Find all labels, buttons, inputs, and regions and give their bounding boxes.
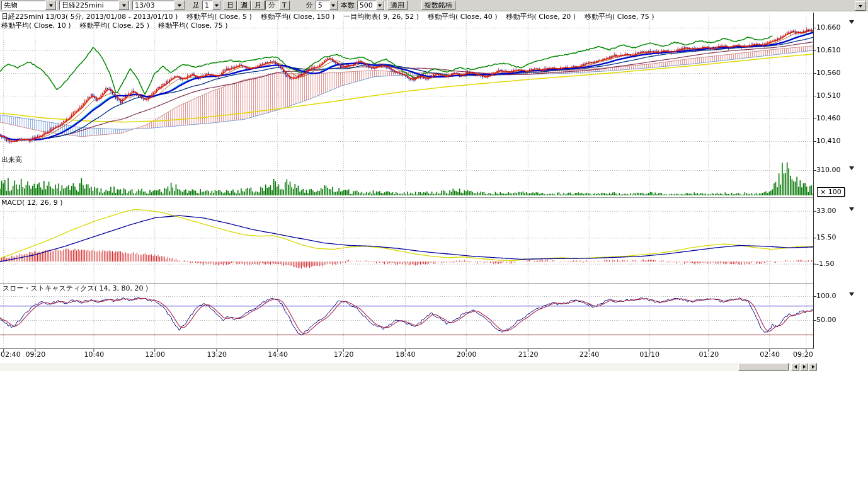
- chevron-down-icon: [859, 5, 862, 8]
- bar-interval-dropdown-button[interactable]: [212, 1, 220, 10]
- legend-ma5: 移動平均( Close, 5 ): [186, 13, 252, 21]
- time-axis-label: 02:40: [1, 351, 21, 359]
- macd-pane-scale-arrow-icon[interactable]: [849, 207, 854, 214]
- chevron-down-icon: [178, 4, 181, 7]
- legend-ma75-b: 移動平均( Close, 75 ): [158, 21, 228, 30]
- multi-symbol-button[interactable]: 複数銘柄: [421, 1, 455, 10]
- timeframe-week-button[interactable]: 週: [237, 1, 251, 10]
- time-axis-label: 17:20: [334, 351, 354, 359]
- time-axis-label: 20:00: [457, 351, 477, 359]
- instrument-type-combo[interactable]: 先物: [1, 1, 57, 10]
- contract-month-dropdown-button[interactable]: [174, 1, 185, 10]
- stoch-pane-scale-arrow-icon[interactable]: [849, 292, 854, 299]
- scroll-end-button[interactable]: [809, 363, 817, 371]
- timeframe-minute-button[interactable]: 分: [265, 1, 278, 10]
- symbol-combo[interactable]: 日経225mini: [59, 1, 130, 10]
- contract-month-value: 13/03: [135, 1, 174, 9]
- bar-count-label: 本数: [341, 1, 355, 10]
- timeframe-day-button[interactable]: 日: [224, 1, 237, 10]
- trading-app-window: { "toolbar": { "instrument_type": "先物", …: [0, 0, 868, 484]
- legend-line-1: 日経225mini 13/03( 5分, 2013/01/08 - 2013/0…: [1, 13, 654, 21]
- legend-symbol-title: 日経225mini 13/03( 5分, 2013/01/08 - 2013/0…: [1, 13, 178, 21]
- legend-ma40: 移動平均( Close, 40 ): [428, 13, 498, 21]
- macd-axis-label: 15.50: [816, 234, 837, 241]
- bar-count-dropdown-button[interactable]: [376, 1, 384, 10]
- price-axis-label: 10,510: [816, 92, 841, 100]
- macd-axis-label: 33.00: [816, 207, 837, 215]
- time-axis-label: 18:40: [396, 351, 416, 359]
- legend-ichimoku: 一目均衡表( 9, 26, 52 ): [343, 13, 419, 21]
- price-axis-label: 10,410: [816, 137, 841, 145]
- minute-value-input[interactable]: 5: [316, 1, 338, 10]
- time-axis-label: 01:20: [699, 351, 719, 359]
- chevron-down-icon: [122, 4, 126, 7]
- arrow-right-icon: [812, 365, 814, 369]
- scroll-right-button[interactable]: [800, 363, 808, 371]
- time-axis-label: 10:40: [84, 351, 104, 359]
- contract-month-combo[interactable]: 13/03: [132, 1, 185, 10]
- macd-pane-label: MACD( 12, 26, 9 ): [1, 199, 63, 207]
- symbol-dropdown-button[interactable]: [118, 1, 129, 10]
- time-axis-label: 12:00: [145, 351, 165, 359]
- instrument-type-value: 先物: [4, 1, 45, 10]
- bar-type-label: 足: [193, 1, 200, 10]
- legend-ma150: 移動平均( Close, 150 ): [261, 13, 335, 21]
- arrow-right-icon: [803, 365, 806, 369]
- legend-ma75: 移動平均( Close, 75 ): [585, 13, 654, 21]
- legend-ma20: 移動平均( Close, 20 ): [506, 13, 576, 21]
- legend-line-2: 移動平均( Close, 10 ) 移動平均( Close, 25 ) 移動平均…: [1, 21, 228, 30]
- stoch-axis-label: 100.0: [816, 292, 837, 300]
- time-axis-label: 21:20: [518, 351, 539, 359]
- bar-interval-value: 1: [205, 1, 209, 9]
- chevron-down-icon: [331, 4, 335, 7]
- instrument-type-dropdown-button[interactable]: [45, 1, 56, 10]
- legend-ma10: 移動平均( Close, 10 ): [1, 21, 71, 30]
- symbol-value: 日経225mini: [62, 1, 118, 10]
- price-axis-label: 10,610: [816, 47, 841, 54]
- price-axis-label: 10,460: [816, 115, 841, 122]
- time-axis-label: 22:40: [580, 351, 600, 359]
- timeframe-button-group: 日 週 月 分 T: [224, 1, 290, 10]
- timeframe-tick-button[interactable]: T: [279, 1, 290, 10]
- chevron-down-icon: [49, 4, 53, 7]
- h-scrollbar[interactable]: [0, 363, 816, 371]
- minute-value: 5: [318, 1, 323, 9]
- toolbar: 先物 日経225mini 13/03 足 1 日 週 月 分 T 分 5 本数 …: [0, 0, 868, 11]
- macd-axis-label: -1.50: [816, 260, 834, 268]
- time-axis-label: 09:20: [793, 351, 813, 359]
- stoch-axis-label: 50.00: [816, 316, 837, 324]
- volume-pane-label: 出来高: [1, 156, 22, 164]
- volume-pane-scale-arrow-icon[interactable]: [849, 166, 854, 173]
- apply-button[interactable]: 適用: [387, 1, 408, 10]
- time-axis-label: 01/10: [639, 351, 660, 359]
- minute-label: 分: [306, 1, 313, 10]
- scroll-left-button[interactable]: [791, 363, 799, 371]
- price-axis-label: 10,660: [816, 24, 841, 32]
- bar-count-input[interactable]: 500: [357, 1, 385, 10]
- time-axis-label: 02:40: [760, 351, 780, 359]
- bar-interval-input[interactable]: 1: [202, 1, 221, 10]
- volume-axis-label: 310.00: [816, 166, 841, 174]
- price-pane-scale-arrow-icon[interactable]: [849, 20, 854, 26]
- time-axis-label: 14:40: [268, 351, 288, 359]
- stochastics-pane-label: スロー・ストキャスティクス( 14, 3, 80, 20 ): [3, 284, 148, 292]
- toolbar-right-dropdown-button[interactable]: [855, 1, 865, 11]
- h-scroll-thumb[interactable]: [738, 363, 789, 371]
- time-axis-label: 09:20: [26, 351, 46, 359]
- volume-multiplier-badge: × 100: [817, 187, 845, 197]
- bar-count-value: 500: [360, 1, 373, 9]
- arrow-left-icon: [794, 365, 797, 369]
- minute-dropdown-button[interactable]: [329, 1, 338, 10]
- price-axis-label: 10,560: [816, 69, 841, 77]
- chevron-down-icon: [378, 4, 382, 7]
- timeframe-month-button[interactable]: 月: [251, 1, 265, 10]
- legend-ma25: 移動平均( Close, 25 ): [80, 21, 150, 30]
- chevron-down-icon: [215, 4, 219, 7]
- time-axis-label: 13:20: [207, 351, 227, 359]
- chart-overlays: 日経225mini 13/03( 5分, 2013/01/08 - 2013/0…: [0, 0, 868, 484]
